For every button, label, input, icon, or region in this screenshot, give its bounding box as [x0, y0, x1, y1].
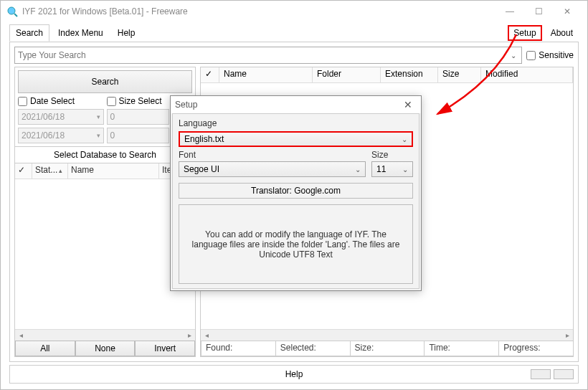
- size-to-input[interactable]: 0: [107, 128, 170, 143]
- language-select[interactable]: English.txt ⌄: [179, 131, 413, 147]
- svg-line-1: [14, 14, 17, 16]
- db-col-check[interactable]: ✓: [15, 163, 32, 179]
- invert-button[interactable]: Invert: [135, 341, 195, 356]
- res-col-modified[interactable]: Modified: [481, 67, 573, 82]
- mini-btn-2[interactable]: [554, 369, 574, 379]
- close-button[interactable]: ✕: [553, 1, 582, 22]
- db-title: Select Database to Search: [15, 146, 195, 163]
- tab-index-menu[interactable]: Index Menu: [52, 25, 109, 41]
- all-button[interactable]: All: [15, 341, 75, 356]
- res-col-size[interactable]: Size: [438, 67, 481, 82]
- res-col-ext[interactable]: Extension: [381, 67, 438, 82]
- app-icon: [6, 6, 18, 17]
- dialog-close-button[interactable]: ✕: [399, 99, 417, 110]
- res-col-folder[interactable]: Folder: [313, 67, 381, 82]
- db-scrollbar[interactable]: ◂▸: [15, 329, 195, 341]
- status-time: Time:: [424, 341, 499, 356]
- font-select[interactable]: Segoe UI ⌄: [179, 161, 366, 177]
- date-to-input[interactable]: 2021/06/18▾: [18, 128, 104, 143]
- svg-point-0: [8, 7, 15, 14]
- search-input[interactable]: Type Your Search ⌄: [14, 47, 522, 64]
- mini-btn-1[interactable]: [531, 369, 551, 379]
- chevron-down-icon: ⌄: [402, 166, 408, 173]
- menubar: Search Index Menu Help Setup About: [1, 22, 587, 42]
- tab-search[interactable]: Search: [9, 24, 49, 42]
- status-size: Size:: [350, 341, 425, 356]
- sensitive-check-input[interactable]: [526, 51, 536, 60]
- res-col-check[interactable]: ✓: [201, 67, 219, 82]
- date-from-input[interactable]: 2021/06/18▾: [18, 109, 104, 125]
- chevron-down-icon: ⌄: [402, 135, 407, 143]
- search-button[interactable]: Search: [18, 70, 192, 93]
- window-title: IYF 2021 for Windows [Beta.01] - Freewar…: [22, 6, 188, 16]
- help-bar: Help: [9, 365, 579, 384]
- size-select[interactable]: 11 ⌄: [371, 161, 413, 177]
- search-dropdown-icon[interactable]: ⌄: [508, 52, 518, 60]
- status-found: Found:: [201, 341, 276, 356]
- tab-setup[interactable]: Setup: [508, 25, 541, 41]
- tab-about[interactable]: About: [545, 25, 579, 41]
- res-col-name[interactable]: Name: [219, 67, 313, 82]
- language-label: Language: [179, 118, 413, 128]
- db-col-stat[interactable]: Stat...▴: [32, 163, 68, 179]
- chevron-down-icon: ⌄: [355, 166, 361, 173]
- search-placeholder: Type Your Search: [18, 50, 86, 60]
- help-label: Help: [285, 369, 303, 379]
- size-from-input[interactable]: 0: [107, 109, 170, 125]
- font-label: Font: [179, 150, 366, 160]
- translator-info: Translator: Google.com: [179, 183, 413, 199]
- results-scrollbar[interactable]: ◂▸: [201, 329, 573, 341]
- date-select-checkbox[interactable]: Date Select: [18, 96, 104, 106]
- sensitive-label: Sensitive: [539, 50, 574, 60]
- minimize-button[interactable]: —: [495, 1, 524, 22]
- tab-help[interactable]: Help: [112, 25, 141, 41]
- sensitive-checkbox[interactable]: Sensitive: [526, 50, 574, 60]
- db-col-name[interactable]: Name: [68, 163, 159, 179]
- setup-dialog: Setup ✕ Language English.txt ⌄ Font Sego…: [170, 95, 422, 291]
- maximize-button[interactable]: ☐: [524, 1, 553, 22]
- status-selected: Selected:: [275, 341, 351, 356]
- size-label: Size: [371, 150, 413, 160]
- none-button[interactable]: None: [75, 341, 136, 356]
- db-list: [15, 179, 195, 329]
- language-info-text: You can add or modify the language of IY…: [179, 204, 413, 284]
- status-progress: Progress:: [498, 341, 574, 356]
- dialog-title: Setup: [175, 100, 197, 110]
- titlebar: IYF 2021 for Windows [Beta.01] - Freewar…: [1, 1, 587, 22]
